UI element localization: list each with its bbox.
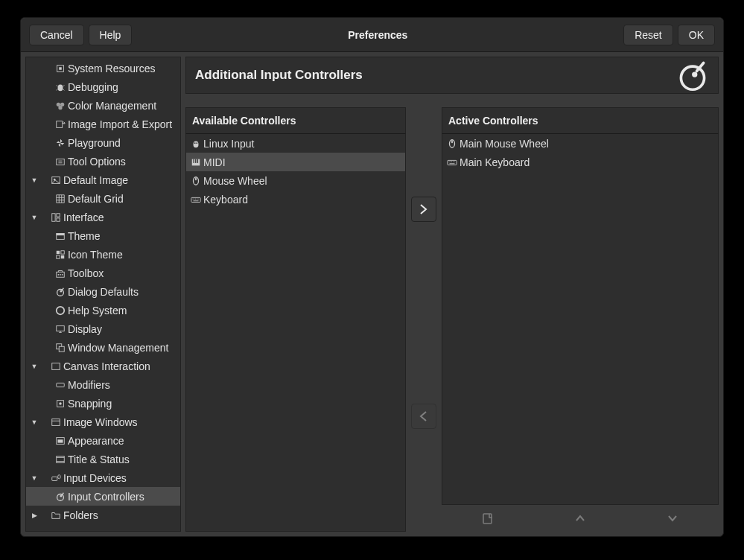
list-item[interactable]: Keyboard: [186, 190, 405, 209]
linux-icon: [189, 138, 202, 150]
controller-columns: Available Controllers Linux InputMIDIMou…: [185, 107, 719, 532]
pinwheel-icon: [54, 137, 66, 149]
list-item-label: Linux Input: [203, 138, 255, 150]
cancel-button[interactable]: Cancel: [29, 25, 84, 45]
tree-item[interactable]: Icon Theme: [26, 245, 180, 264]
tree-item[interactable]: ▼Input Devices: [26, 468, 180, 487]
wheel-icon: [189, 175, 202, 187]
svg-rect-16: [61, 250, 64, 253]
titlebar: Cancel Help Preferences Reset OK: [21, 18, 723, 52]
tree-item[interactable]: System Resources: [26, 59, 180, 77]
svg-point-2: [58, 84, 63, 91]
svg-rect-29: [59, 346, 64, 351]
tree-item[interactable]: Tool Options: [26, 152, 180, 171]
add-controller-button[interactable]: [411, 197, 436, 222]
tree-item-label: Image Import & Export: [68, 118, 172, 130]
tree-item-label: Theme: [68, 230, 101, 242]
svg-point-23: [57, 289, 64, 296]
edit-controller-button[interactable]: [475, 508, 500, 529]
chevron-down-icon[interactable]: ▼: [29, 363, 39, 370]
svg-rect-18: [61, 255, 64, 258]
svg-rect-55: [451, 140, 453, 143]
tree-item[interactable]: Display: [26, 319, 180, 338]
list-item[interactable]: Main Keyboard: [442, 153, 718, 171]
svg-point-42: [681, 66, 704, 89]
remove-controller-button[interactable]: [411, 404, 436, 429]
move-up-button[interactable]: [567, 508, 593, 529]
tree-item[interactable]: ▼Canvas Interaction: [26, 357, 180, 375]
grid-icon: [54, 193, 66, 205]
tree-item[interactable]: ▶Folders: [26, 506, 180, 524]
svg-rect-31: [57, 383, 65, 386]
chevron-down-icon[interactable]: ▼: [29, 176, 39, 184]
ok-button[interactable]: OK: [678, 25, 715, 45]
tree-item[interactable]: Toolbox: [26, 264, 180, 282]
wheel-icon: [445, 138, 458, 150]
svg-point-33: [59, 402, 62, 405]
tree-item-label: Color Management: [68, 100, 156, 112]
tree-item[interactable]: Help System: [26, 301, 180, 319]
tree-item-label: Dialog Defaults: [68, 286, 139, 298]
available-column: Available Controllers Linux InputMIDIMou…: [185, 107, 406, 532]
svg-rect-1: [59, 67, 62, 70]
tree-item[interactable]: Window Management: [26, 338, 180, 357]
controller-icon: [676, 59, 709, 92]
chevron-right-icon[interactable]: ▶: [29, 512, 39, 519]
folder-icon: [50, 509, 62, 521]
tree-item-label: Canvas Interaction: [63, 360, 150, 372]
svg-point-46: [196, 142, 197, 144]
tree-item[interactable]: Appearance: [26, 431, 180, 450]
appearance-icon: [54, 435, 66, 447]
svg-rect-11: [57, 213, 60, 216]
tree-item[interactable]: Dialog Defaults: [26, 282, 180, 301]
svg-rect-53: [191, 197, 200, 202]
inputdev-icon: [50, 472, 62, 484]
chip-icon: [54, 63, 66, 74]
tree-item-label: Input Controllers: [68, 491, 144, 503]
list-item-label: Keyboard: [203, 194, 248, 206]
tree-item[interactable]: Snapping: [26, 394, 180, 413]
imgwin-icon: [50, 416, 62, 428]
svg-rect-49: [195, 159, 196, 162]
svg-rect-27: [57, 325, 65, 331]
tree-item[interactable]: ▼Image Windows: [26, 413, 180, 431]
svg-point-3: [57, 102, 60, 106]
tree-item[interactable]: Modifiers: [26, 375, 180, 394]
active-controllers-list[interactable]: Main Mouse WheelMain Keyboard: [442, 134, 719, 505]
toolbox-icon: [54, 267, 66, 279]
tree-item-label: Folders: [63, 509, 98, 521]
active-toolbar: [442, 505, 719, 532]
svg-rect-15: [57, 250, 60, 253]
tree-item[interactable]: Default Grid: [26, 189, 180, 208]
svg-rect-50: [197, 159, 197, 162]
help-button[interactable]: Help: [89, 25, 133, 45]
chevron-down-icon[interactable]: ▼: [29, 419, 39, 426]
reset-button[interactable]: Reset: [623, 25, 673, 45]
tree-item[interactable]: ▼Interface: [26, 208, 180, 226]
svg-rect-7: [57, 159, 65, 165]
tree-item[interactable]: Input Controllers: [26, 487, 180, 506]
keyboard-icon: [189, 194, 202, 206]
list-item[interactable]: Main Mouse Wheel: [442, 134, 718, 153]
tree-item[interactable]: Theme: [26, 226, 180, 245]
svg-rect-10: [52, 213, 55, 221]
move-down-button[interactable]: [660, 508, 685, 529]
chevron-down-icon[interactable]: ▼: [29, 474, 39, 482]
list-item[interactable]: MIDI: [186, 153, 405, 171]
svg-point-4: [60, 102, 64, 106]
chevron-down-icon[interactable]: ▼: [29, 214, 39, 221]
list-item[interactable]: Linux Input: [186, 134, 405, 153]
tree-item[interactable]: Debugging: [26, 77, 180, 96]
tree-item-label: Snapping: [68, 398, 112, 410]
list-item-label: Mouse Wheel: [203, 175, 267, 187]
tree-item[interactable]: Title & Status: [26, 450, 180, 468]
tree-item[interactable]: ▼Default Image: [26, 171, 180, 189]
available-controllers-list[interactable]: Linux InputMIDIMouse WheelKeyboard: [185, 134, 406, 532]
tree-item[interactable]: Playground: [26, 133, 180, 152]
preferences-tree[interactable]: System ResourcesDebuggingColor Managemen…: [25, 57, 181, 532]
tree-item[interactable]: Image Import & Export: [26, 115, 180, 133]
icontheme-icon: [54, 249, 66, 261]
tree-item-label: System Resources: [68, 63, 155, 74]
list-item[interactable]: Mouse Wheel: [186, 171, 405, 190]
tree-item[interactable]: Color Management: [26, 96, 180, 115]
